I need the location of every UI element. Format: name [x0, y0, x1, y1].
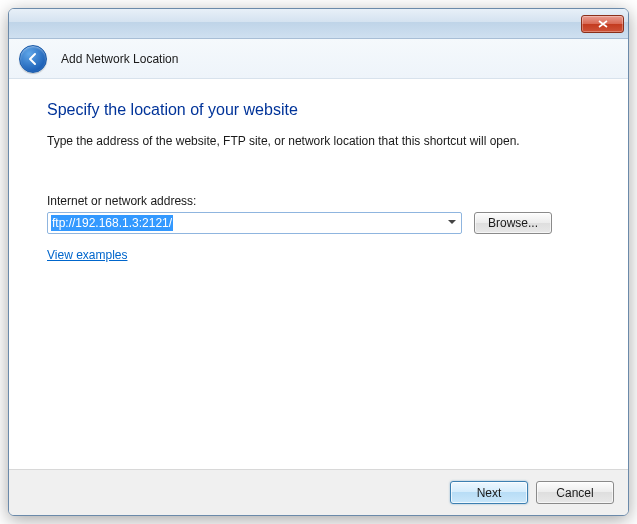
chevron-down-icon [448, 220, 456, 225]
address-row: ftp://192.168.1.3:2121/ Browse... [47, 212, 590, 234]
dropdown-button[interactable] [443, 213, 461, 233]
header-bar: Add Network Location [9, 39, 628, 79]
address-input[interactable] [48, 214, 443, 232]
footer: Next Cancel [9, 469, 628, 515]
window-title: Add Network Location [61, 52, 178, 66]
browse-button[interactable]: Browse... [474, 212, 552, 234]
close-icon [598, 20, 608, 28]
view-examples-link[interactable]: View examples [47, 248, 127, 262]
address-label: Internet or network address: [47, 194, 590, 208]
address-combobox[interactable]: ftp://192.168.1.3:2121/ [47, 212, 462, 234]
back-button[interactable] [19, 45, 47, 73]
page-description: Type the address of the website, FTP sit… [47, 133, 590, 150]
titlebar [9, 9, 628, 39]
cancel-button[interactable]: Cancel [536, 481, 614, 504]
next-button[interactable]: Next [450, 481, 528, 504]
wizard-window: Add Network Location Specify the locatio… [8, 8, 629, 516]
wizard-content: Specify the location of your website Typ… [9, 79, 628, 469]
page-heading: Specify the location of your website [47, 101, 590, 119]
back-arrow-icon [26, 52, 40, 66]
close-button[interactable] [581, 15, 624, 33]
